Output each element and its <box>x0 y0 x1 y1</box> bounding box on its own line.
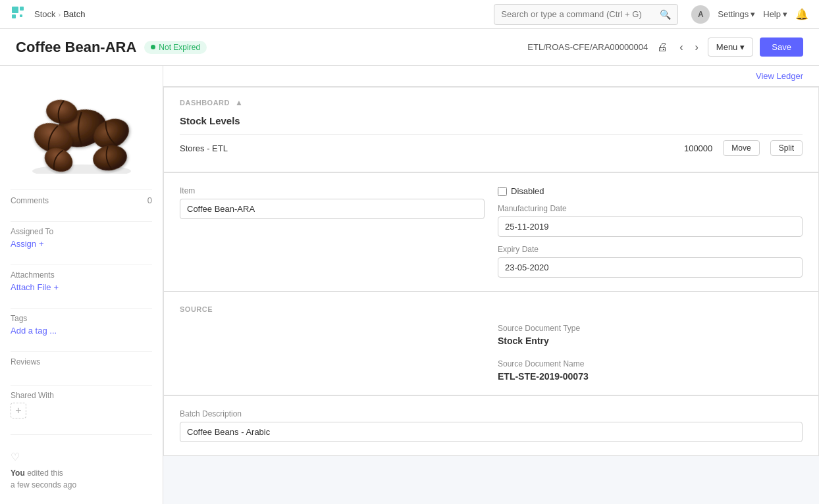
shared-with-label: Shared With <box>11 391 152 400</box>
disabled-checkbox[interactable] <box>498 187 507 196</box>
search-input[interactable] <box>501 9 660 19</box>
batch-description-input[interactable] <box>180 422 803 442</box>
item-label: Item <box>180 186 485 195</box>
breadcrumb-stock[interactable]: Stock <box>34 9 56 19</box>
dashboard-card: Dashboard ▲ Stock Levels Stores - ETL 10… <box>163 87 819 172</box>
status-badge: Not Expired <box>144 41 207 54</box>
svg-rect-1 <box>20 7 24 11</box>
search-bar[interactable]: 🔍 <box>494 4 678 25</box>
batch-description-label: Batch Description <box>180 409 803 418</box>
topnav: Stock › Batch 🔍 A Settings ▾ Help ▾ 🔔 <box>0 0 819 29</box>
sidebar-divider-2 <box>11 221 152 222</box>
status-dot <box>151 45 155 49</box>
topnav-right: A Settings ▾ Help ▾ 🔔 <box>691 5 808 24</box>
item-image <box>11 79 152 174</box>
expiry-date-label: Expiry Date <box>498 245 803 254</box>
menu-chevron-icon: ▾ <box>740 42 745 52</box>
source-doc-name-label: Source Document Name <box>498 359 803 368</box>
notifications-icon[interactable]: 🔔 <box>795 8 808 20</box>
page-title: Coffee Bean-ARA <box>16 39 136 56</box>
right-fields: Disabled Manufacturing Date Expiry Date <box>498 186 803 278</box>
ledger-bar: View Ledger <box>163 66 819 87</box>
source-doc-type-value: Stock Entry <box>498 336 803 346</box>
breadcrumb-batch[interactable]: Batch <box>63 9 85 19</box>
svg-rect-0 <box>12 7 18 13</box>
next-button[interactable]: › <box>693 39 701 56</box>
avatar[interactable]: A <box>691 5 710 24</box>
disabled-checkbox-row: Disabled <box>498 186 803 196</box>
source-fields: Source Document Type Stock Entry Source … <box>498 324 803 382</box>
sidebar-reviews: Reviews <box>11 357 152 369</box>
expiry-date-input[interactable] <box>498 257 803 278</box>
save-button[interactable]: Save <box>760 38 803 57</box>
svg-rect-3 <box>20 14 22 17</box>
comments-label: Comments <box>11 196 49 205</box>
move-button[interactable]: Move <box>723 140 759 156</box>
sidebar-divider-7 <box>11 434 152 435</box>
heart-icon[interactable]: ♡ <box>11 451 152 463</box>
reviews-label: Reviews <box>11 357 152 366</box>
item-field-group: Item <box>180 186 485 278</box>
item-input[interactable] <box>180 199 485 219</box>
page-header-actions: ETL/ROAS-CFE/ARA00000004 🖨 ‹ › Menu ▾ Sa… <box>527 38 803 57</box>
source-doc-name-field: Source Document Name ETL-STE-2019-00073 <box>498 359 803 382</box>
status-label: Not Expired <box>159 43 200 52</box>
breadcrumb-sep-1: › <box>59 11 61 18</box>
disabled-label: Disabled <box>511 186 544 196</box>
attach-plus-icon: + <box>53 282 59 292</box>
manufacturing-date-group: Manufacturing Date <box>498 204 803 237</box>
sidebar-divider-3 <box>11 265 152 265</box>
document-id: ETL/ROAS-CFE/ARA00000004 <box>527 42 648 52</box>
sidebar-tags: Tags Add a tag ... <box>11 314 152 336</box>
batch-section: Batch Description <box>164 395 818 455</box>
sidebar: Comments 0 Assigned To Assign + Attachme… <box>0 66 163 504</box>
activity-action-text: edited this <box>27 468 63 478</box>
batch-card: Batch Description <box>163 395 819 456</box>
dashboard-section-header: Dashboard ▲ <box>180 98 803 107</box>
source-card: Source Source Document Type Stock Entry … <box>163 291 819 395</box>
main-layout: Comments 0 Assigned To Assign + Attachme… <box>0 66 819 504</box>
search-icon: 🔍 <box>660 9 671 20</box>
settings-button[interactable]: Settings ▾ <box>718 9 755 19</box>
assigned-to-label: Assigned To <box>11 227 152 236</box>
logo[interactable] <box>11 5 29 24</box>
svg-rect-2 <box>12 14 16 18</box>
attach-file-button[interactable]: Attach File + <box>11 282 59 292</box>
logo-icon <box>11 5 29 24</box>
print-button[interactable]: 🖨 <box>654 39 670 56</box>
dashboard-section: Dashboard ▲ Stock Levels Stores - ETL 10… <box>164 88 818 172</box>
add-shared-button[interactable]: + <box>11 403 26 418</box>
assign-plus-icon: + <box>39 239 44 249</box>
split-button[interactable]: Split <box>770 140 803 156</box>
manufacturing-date-input[interactable] <box>498 216 803 237</box>
sidebar-divider-6 <box>11 385 152 386</box>
sidebar-divider-5 <box>11 351 152 352</box>
source-doc-type-label: Source Document Type <box>498 324 803 333</box>
main-content: View Ledger Dashboard ▲ Stock Levels Sto… <box>163 66 819 504</box>
dashboard-title: Dashboard <box>180 99 230 107</box>
expiry-date-group: Expiry Date <box>498 245 803 278</box>
source-doc-name-value: ETL-STE-2019-00073 <box>498 371 803 382</box>
source-grid: Source Document Type Stock Entry Source … <box>180 324 803 382</box>
sidebar-assigned-to: Assigned To Assign + <box>11 227 152 249</box>
view-ledger-button[interactable]: View Ledger <box>756 71 803 81</box>
menu-button[interactable]: Menu ▾ <box>708 38 754 57</box>
source-doc-type-field: Source Document Type Stock Entry <box>498 324 803 346</box>
manufacturing-date-label: Manufacturing Date <box>498 204 803 213</box>
activity-user: You <box>11 468 25 478</box>
add-tag-button[interactable]: Add a tag ... <box>11 326 57 336</box>
assign-button[interactable]: Assign + <box>11 239 44 249</box>
stock-store-name: Stores - ETL <box>180 143 649 153</box>
item-form-section: Item Disabled Manufacturing Date <box>164 172 818 291</box>
page-header: Coffee Bean-ARA Not Expired ETL/ROAS-CFE… <box>0 29 819 66</box>
activity-section: ♡ You edited this a few seconds ago <box>11 440 152 491</box>
help-button[interactable]: Help ▾ <box>763 9 787 19</box>
stock-levels-title: Stock Levels <box>180 115 803 126</box>
sidebar-comments: Comments 0 <box>11 195 152 205</box>
prev-button[interactable]: ‹ <box>677 39 685 56</box>
help-chevron-icon: ▾ <box>783 9 787 19</box>
dashboard-toggle-icon[interactable]: ▲ <box>235 98 243 107</box>
coffee-beans-illustration <box>19 79 144 174</box>
sidebar-shared-with: Shared With + <box>11 391 152 418</box>
breadcrumb: Stock › Batch <box>34 9 85 19</box>
